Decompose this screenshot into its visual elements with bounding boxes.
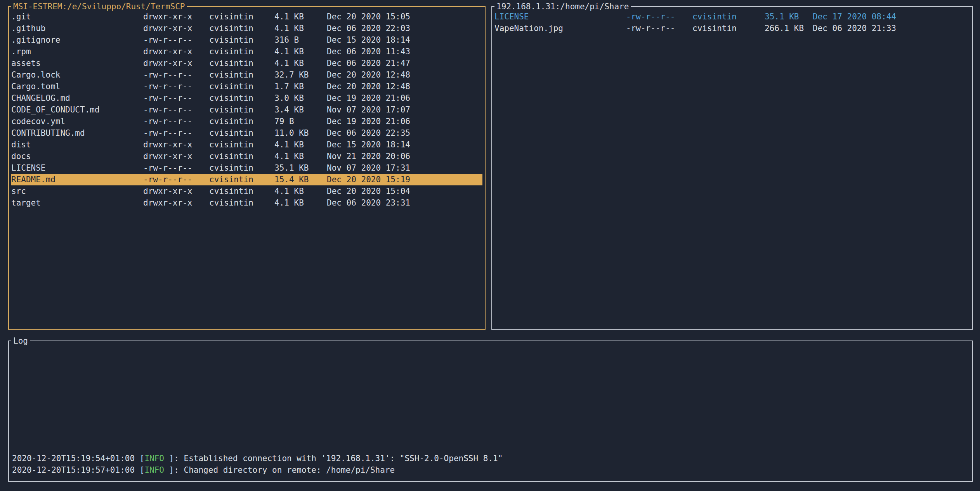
file-size: 4.1 KB — [274, 22, 327, 34]
file-date: Dec 20 2020 12:48 — [327, 81, 482, 92]
file-row[interactable]: CODE_OF_CONDUCT.md-rw-r--r--cvisintin3.4… — [11, 104, 482, 116]
file-row[interactable]: Cargo.lock-rw-r--r--cvisintin32.7 KBDec … — [11, 69, 482, 81]
log-entry-list: 2020-12-20T15:19:54+01:00 [INFO ]: Estab… — [9, 453, 972, 481]
file-row[interactable]: LICENSE-rw-r--r--cvisintin35.1 KBNov 07 … — [11, 162, 482, 174]
file-perms: -rw-r--r-- — [143, 81, 209, 92]
file-size: 4.1 KB — [274, 185, 327, 197]
file-name: Cargo.lock — [11, 69, 143, 81]
file-size: 4.1 KB — [274, 197, 327, 209]
log-panel-title: Log — [11, 335, 30, 347]
file-perms: -rw-r--r-- — [143, 162, 209, 174]
file-row[interactable]: Cargo.toml-rw-r--r--cvisintin1.7 KBDec 2… — [11, 81, 482, 92]
file-row[interactable]: .rpmdrwxr-xr-xcvisintin4.1 KBDec 06 2020… — [11, 46, 482, 57]
file-row[interactable]: LICENSE-rw-r--r--cvisintin35.1 KBDec 17 … — [494, 11, 970, 22]
file-user: cvisintin — [209, 69, 274, 81]
file-row[interactable]: docsdrwxr-xr-xcvisintin4.1 KBNov 21 2020… — [11, 150, 482, 162]
file-size: 4.1 KB — [274, 11, 327, 22]
remote-panel-title: 192.168.1.31:/home/pi/Share — [494, 1, 631, 12]
file-name: CONTRIBUTING.md — [11, 127, 143, 139]
file-user: cvisintin — [209, 139, 274, 150]
file-name: LICENSE — [11, 162, 143, 174]
file-user: cvisintin — [209, 46, 274, 57]
file-row[interactable]: VapeNation.jpg-rw-r--r--cvisintin266.1 K… — [494, 22, 970, 34]
log-level: INFO — [144, 454, 164, 463]
log-message: Changed directory on remote: /home/pi/Sh… — [184, 465, 395, 475]
file-perms: drwxr-xr-x — [143, 185, 209, 197]
file-perms: drwxr-xr-x — [143, 46, 209, 57]
file-size: 3.4 KB — [274, 104, 327, 116]
file-date: Dec 17 2020 08:44 — [813, 11, 970, 22]
file-row[interactable]: codecov.yml-rw-r--r--cvisintin79 BDec 19… — [11, 116, 482, 127]
file-user: cvisintin — [692, 11, 765, 22]
file-perms: -rw-r--r-- — [143, 34, 209, 46]
file-row[interactable]: assetsdrwxr-xr-xcvisintin4.1 KBDec 06 20… — [11, 57, 482, 69]
file-name: .rpm — [11, 46, 143, 57]
file-row[interactable]: README.md-rw-r--r--cvisintin15.4 KBDec 2… — [11, 174, 482, 185]
file-perms: drwxr-xr-x — [143, 57, 209, 69]
file-size: 32.7 KB — [274, 69, 327, 81]
file-perms: -rw-r--r-- — [143, 104, 209, 116]
file-size: 35.1 KB — [765, 11, 813, 22]
file-name: target — [11, 197, 143, 209]
file-user: cvisintin — [209, 81, 274, 92]
file-row[interactable]: CONTRIBUTING.md-rw-r--r--cvisintin11.0 K… — [11, 127, 482, 139]
file-name: LICENSE — [494, 11, 626, 22]
file-date: Nov 07 2020 17:31 — [327, 162, 482, 174]
file-row[interactable]: .gitdrwxr-xr-xcvisintin4.1 KBDec 20 2020… — [11, 11, 482, 22]
file-size: 1.7 KB — [274, 81, 327, 92]
log-message: Established connection with '192.168.1.3… — [184, 454, 503, 463]
remote-file-panel[interactable]: 192.168.1.31:/home/pi/Share LICENSE-rw-r… — [491, 6, 973, 330]
file-user: cvisintin — [209, 127, 274, 139]
file-date: Dec 06 2020 22:35 — [327, 127, 482, 139]
file-row[interactable]: targetdrwxr-xr-xcvisintin4.1 KBDec 06 20… — [11, 197, 482, 209]
log-level: INFO — [144, 465, 164, 475]
file-row[interactable]: .gitignore-rw-r--r--cvisintin316 BDec 15… — [11, 34, 482, 46]
file-size: 4.1 KB — [274, 57, 327, 69]
file-name: assets — [11, 57, 143, 69]
file-user: cvisintin — [209, 34, 274, 46]
file-perms: -rw-r--r-- — [143, 69, 209, 81]
file-user: cvisintin — [209, 150, 274, 162]
file-user: cvisintin — [209, 104, 274, 116]
log-bracket-close: ]: — [164, 454, 184, 463]
local-file-panel[interactable]: MSI-ESTREM:/e/Sviluppo/Rust/TermSCP .git… — [8, 6, 486, 330]
file-size: 11.0 KB — [274, 127, 327, 139]
file-date: Dec 15 2020 18:14 — [327, 139, 482, 150]
file-name: README.md — [11, 174, 143, 185]
file-name: src — [11, 185, 143, 197]
file-size: 15.4 KB — [274, 174, 327, 185]
file-perms: drwxr-xr-x — [143, 197, 209, 209]
log-panel[interactable]: Log 2020-12-20T15:19:54+01:00 [INFO ]: E… — [8, 341, 973, 482]
file-user: cvisintin — [209, 185, 274, 197]
file-date: Dec 06 2020 21:33 — [813, 22, 970, 34]
file-perms: -rw-r--r-- — [143, 127, 209, 139]
file-row[interactable]: CHANGELOG.md-rw-r--r--cvisintin3.0 KBDec… — [11, 92, 482, 104]
file-perms: -rw-r--r-- — [143, 116, 209, 127]
local-panel-title: MSI-ESTREM:/e/Sviluppo/Rust/TermSCP — [11, 1, 187, 12]
file-date: Dec 20 2020 15:19 — [327, 174, 482, 185]
file-date: Dec 06 2020 23:31 — [327, 197, 482, 209]
file-date: Dec 06 2020 21:47 — [327, 57, 482, 69]
file-name: codecov.yml — [11, 116, 143, 127]
file-perms: drwxr-xr-x — [143, 139, 209, 150]
file-date: Dec 06 2020 22:03 — [327, 22, 482, 34]
file-perms: -rw-r--r-- — [626, 11, 692, 22]
file-date: Dec 06 2020 11:43 — [327, 46, 482, 57]
file-date: Dec 20 2020 12:48 — [327, 69, 482, 81]
file-size: 3.0 KB — [274, 92, 327, 104]
file-user: cvisintin — [209, 57, 274, 69]
file-size: 266.1 KB — [765, 22, 813, 34]
file-row[interactable]: srcdrwxr-xr-xcvisintin4.1 KBDec 20 2020 … — [11, 185, 482, 197]
file-row[interactable]: distdrwxr-xr-xcvisintin4.1 KBDec 15 2020… — [11, 139, 482, 150]
file-name: CODE_OF_CONDUCT.md — [11, 104, 143, 116]
file-row[interactable]: .githubdrwxr-xr-xcvisintin4.1 KBDec 06 2… — [11, 22, 482, 34]
file-date: Dec 19 2020 21:06 — [327, 92, 482, 104]
file-name: .git — [11, 11, 143, 22]
file-user: cvisintin — [209, 197, 274, 209]
file-date: Dec 15 2020 18:14 — [327, 34, 482, 46]
file-date: Dec 19 2020 21:06 — [327, 116, 482, 127]
file-size: 316 B — [274, 34, 327, 46]
file-user: cvisintin — [692, 22, 765, 34]
file-perms: -rw-r--r-- — [143, 174, 209, 185]
file-size: 79 B — [274, 116, 327, 127]
